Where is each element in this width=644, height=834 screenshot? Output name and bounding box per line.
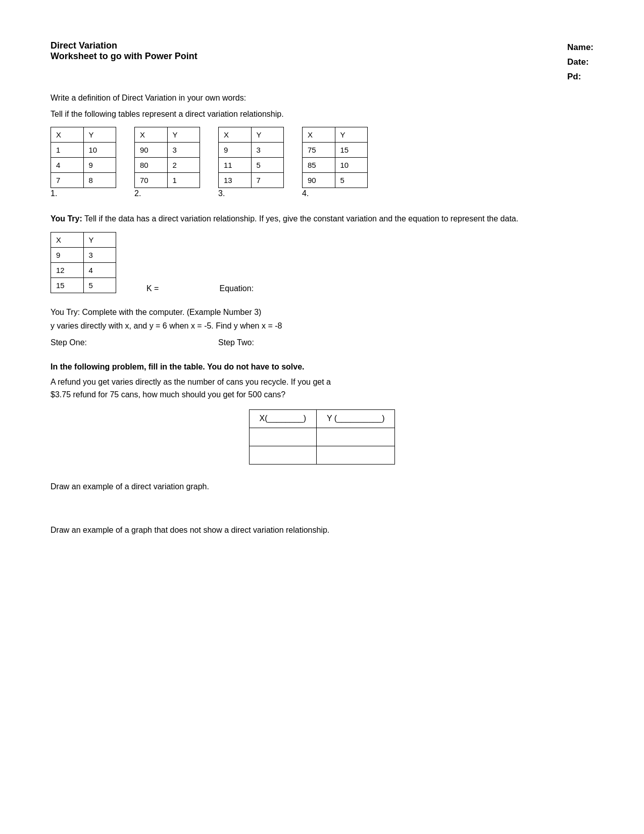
header-right: Name: Date: Pd:: [567, 40, 593, 84]
fill-table-section: In the following problem, fill in the ta…: [51, 362, 593, 465]
table-cell: 80: [135, 157, 168, 172]
fill-table-cell: [317, 446, 395, 464]
you-try-cell: 3: [83, 248, 116, 263]
table-cell: 1: [51, 142, 84, 157]
table-cell: 8: [83, 172, 116, 188]
table-cell: 3: [251, 142, 284, 157]
table-cell: 7: [51, 172, 84, 188]
draw-line2: Draw an example of a graph that does not…: [51, 523, 593, 538]
fill-table-cell: [249, 446, 317, 464]
table-cell: Y: [167, 127, 200, 142]
table-cell: X: [219, 127, 252, 142]
you-try-cell: 4: [83, 263, 116, 278]
fill-table-cell: [249, 428, 317, 446]
you-try-2-line2: y varies directly with x, and y = 6 when…: [51, 319, 593, 333]
date-label: Date:: [567, 55, 593, 70]
table-cell: 7: [251, 172, 284, 188]
data-table: XY75158510905: [302, 127, 368, 188]
data-table: XY93115137: [218, 127, 284, 188]
you-try-1-bold: You Try:: [51, 214, 82, 223]
table-cell: 11: [219, 157, 252, 172]
table-cell: X: [303, 127, 335, 142]
table-number: 2.: [134, 189, 141, 198]
table-cell: 90: [135, 142, 168, 157]
table-cell: 85: [303, 157, 335, 172]
table-cell: 9: [83, 157, 116, 172]
data-table: XY903802701: [134, 127, 200, 188]
table-cell: 3: [167, 142, 200, 157]
you-try-cell: 5: [83, 278, 116, 293]
table-number: 1.: [51, 189, 57, 198]
table-cell: 2: [167, 157, 200, 172]
tables-row: XY11049781.XY9038027012.XY931151373.XY75…: [51, 127, 593, 198]
pd-label: Pd:: [567, 70, 593, 84]
you-try-cell: Y: [83, 233, 116, 248]
table-cell: Y: [251, 127, 284, 142]
you-try-1-text: You Try: Tell if the data has a direct v…: [51, 212, 593, 225]
k-equation: K = Equation:: [146, 284, 254, 293]
table-cell: 10: [83, 142, 116, 157]
table-cell: 15: [335, 142, 368, 157]
you-try-cell: X: [51, 233, 84, 248]
you-try-2-text: You Try: Complete with the computer. (Ex…: [51, 305, 593, 319]
header: Direct Variation Worksheet to go with Po…: [51, 40, 593, 84]
table-cell: 1: [167, 172, 200, 188]
table-cell: 13: [219, 172, 252, 188]
table-block-4.: XY751585109054.: [302, 127, 368, 198]
table-cell: 90: [303, 172, 335, 188]
data-table: XY1104978: [51, 127, 116, 188]
you-try-cell: 15: [51, 278, 84, 293]
table-block-2.: XY9038027012.: [134, 127, 200, 198]
you-try-1-table-block: XY93124155: [51, 232, 116, 293]
table-block-1.: XY11049781.: [51, 127, 116, 198]
step-row: Step One: Step Two:: [51, 338, 593, 347]
table-cell: 70: [135, 172, 168, 188]
table-number: 3.: [218, 189, 225, 198]
step-one: Step One:: [51, 338, 87, 347]
draw-line1: Draw an example of a direct variation gr…: [51, 480, 593, 494]
you-try-1-row: XY93124155 K = Equation:: [51, 232, 593, 293]
table-block-3.: XY931151373.: [218, 127, 284, 198]
you-try-cell: 12: [51, 263, 84, 278]
you-try-1-rest: Tell if the data has a direct variation …: [82, 214, 518, 223]
header-left: Direct Variation Worksheet to go with Po…: [51, 40, 197, 84]
table-cell: 75: [303, 142, 335, 157]
k-label: K =: [146, 284, 159, 293]
fill-table: X(________)Y (__________): [249, 409, 395, 465]
fill-table-center: X(________)Y (__________): [51, 409, 593, 465]
title-main: Direct Variation: [51, 40, 197, 51]
you-try-2-section: You Try: Complete with the computer. (Ex…: [51, 305, 593, 347]
instruction-line2: Tell if the following tables represent a…: [51, 110, 593, 119]
fill-table-header: Y (__________): [317, 409, 395, 428]
table-cell: 9: [219, 142, 252, 157]
table-cell: X: [135, 127, 168, 142]
step-two: Step Two:: [218, 338, 254, 347]
table-cell: 10: [335, 157, 368, 172]
fill-desc-line1: A refund you get varies directly as the …: [51, 378, 331, 386]
draw-section: Draw an example of a direct variation gr…: [51, 480, 593, 538]
table-cell: Y: [83, 127, 116, 142]
you-try-2-bold: You Try: [51, 308, 78, 316]
table-cell: 5: [335, 172, 368, 188]
instruction-line1: Write a definition of Direct Variation i…: [51, 94, 593, 103]
table-number: 4.: [302, 189, 309, 198]
table-cell: 5: [251, 157, 284, 172]
fill-table-cell: [317, 428, 395, 446]
fill-table-bold: In the following problem, fill in the ta…: [51, 362, 593, 372]
you-try-table: XY93124155: [51, 232, 116, 293]
you-try-2-rest: : Complete with the computer. (Example N…: [78, 308, 262, 316]
fill-desc-1: A refund you get varies directly as the …: [51, 376, 593, 401]
title-sub: Worksheet to go with Power Point: [51, 51, 197, 62]
table-cell: Y: [335, 127, 368, 142]
you-try-1-section: You Try: Tell if the data has a direct v…: [51, 212, 593, 294]
table-cell: X: [51, 127, 84, 142]
fill-table-header: X(________): [249, 409, 317, 428]
equation-label: Equation:: [219, 284, 254, 293]
you-try-cell: 9: [51, 248, 84, 263]
table-cell: 4: [51, 157, 84, 172]
name-label: Name:: [567, 40, 593, 55]
fill-desc-line2: $3.75 refund for 75 cans, how much shoul…: [51, 390, 285, 399]
